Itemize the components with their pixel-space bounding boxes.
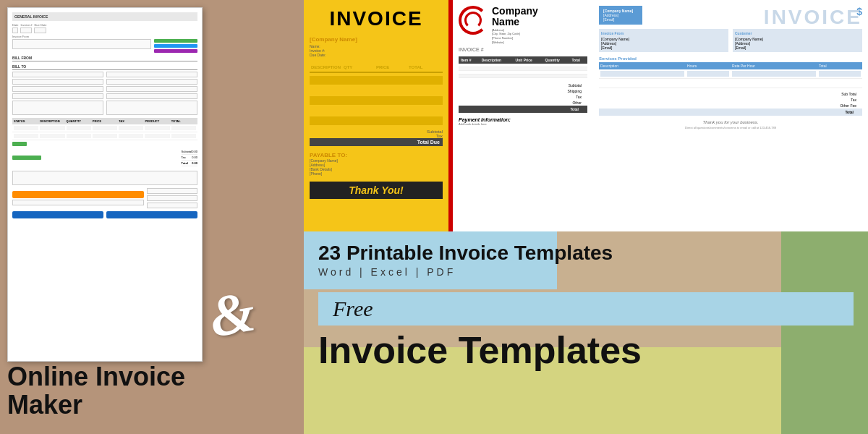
t3-services-title: Services Provided: [599, 56, 862, 61]
payment-info-label: Payment Information:: [459, 117, 587, 122]
printable-invoice-text: 23 Printable Invoice Templates: [318, 243, 854, 263]
t1-title: INVOICE: [323, 6, 428, 32]
free-label-box: Free: [318, 292, 854, 326]
formats-text: Word | Excel | PDF: [318, 266, 854, 278]
company-logo: [459, 6, 488, 35]
left-section: GENERAL INVOICE Date Invoice # Due Date …: [0, 0, 304, 434]
table-row: [459, 75, 587, 78]
bottom-right-content: 23 Printable Invoice Templates Word | Ex…: [318, 243, 854, 369]
table-row: [12, 132, 197, 140]
blue-invoice-template: INVOICE [Company Name] [Address] [Email]…: [593, 0, 868, 231]
t3-contact: Direct all questions/comments/concerns t…: [599, 126, 862, 129]
ampersand-symbol: &: [205, 278, 260, 350]
bill-to-title: BILL TO: [12, 64, 197, 70]
red-invoice-template: CompanyName [Address][City, State, Zip C…: [448, 0, 593, 231]
templates-row: INVOICE [Company Name] Name:Invoice #:Du…: [304, 0, 868, 231]
yellow-invoice-template: INVOICE [Company Name] Name:Invoice #:Du…: [304, 0, 448, 231]
bill-from-title: BILL FROM: [12, 56, 197, 61]
t3-thank-you: Thank you for your business.: [599, 120, 862, 124]
free-label: Free: [333, 297, 839, 321]
t3-from-company: [Company Name] [Address] [Email]: [599, 6, 642, 25]
invoice-form-preview: GENERAL INVOICE Date Invoice # Due Date …: [7, 7, 203, 362]
t2-items-table: Item # Description Unit Price Quantity T…: [459, 56, 587, 78]
right-section: INVOICE [Company Name] Name:Invoice #:Du…: [304, 0, 868, 434]
t3-invoice-from: Invoice From: [601, 31, 726, 35]
t1-thank-you: Thank You!: [310, 182, 443, 199]
logo-button[interactable]: [154, 49, 197, 53]
table-row: [599, 79, 862, 88]
t3-invoice-to: Customer: [735, 31, 860, 35]
table-row: [599, 69, 862, 79]
invoice-templates-label: Invoice Templates: [318, 331, 854, 369]
due-date-field[interactable]: [34, 27, 46, 33]
attach-button[interactable]: [154, 39, 197, 43]
add-item-button[interactable]: [12, 142, 27, 146]
items-table-header: STATUSDESCRIPTIONQUANTITYPRICETAXPRODUCT…: [12, 118, 197, 124]
main-container: GENERAL INVOICE Date Invoice # Due Date …: [0, 0, 868, 434]
table-row: [12, 124, 197, 132]
t1-payable: PAYABLE TO:: [310, 152, 443, 158]
t1-total-due: Total Due: [310, 138, 443, 146]
add-row-button[interactable]: [12, 156, 41, 160]
send-invoice-button[interactable]: [106, 211, 197, 218]
upload-button[interactable]: [154, 44, 197, 48]
invoice-from-field[interactable]: [12, 39, 151, 49]
date-field[interactable]: [12, 27, 18, 33]
notes-field[interactable]: [12, 171, 197, 185]
online-invoice-maker-text: Online InvoiceMaker: [7, 362, 188, 420]
t2-company-name: CompanyName: [492, 6, 538, 28]
bottom-right-section: 23 Printable Invoice Templates Word | Ex…: [304, 231, 868, 434]
t3-title: INVOICE: [764, 6, 862, 29]
invoice-header: GENERAL INVOICE: [12, 12, 197, 21]
invoice-number-field[interactable]: [20, 27, 32, 33]
download-invoice-button[interactable]: [12, 211, 103, 218]
t2-invoice-num: INVOICE #: [459, 47, 587, 52]
orange-progress-bar: [12, 191, 144, 198]
t1-company: [Company Name]: [310, 36, 443, 43]
